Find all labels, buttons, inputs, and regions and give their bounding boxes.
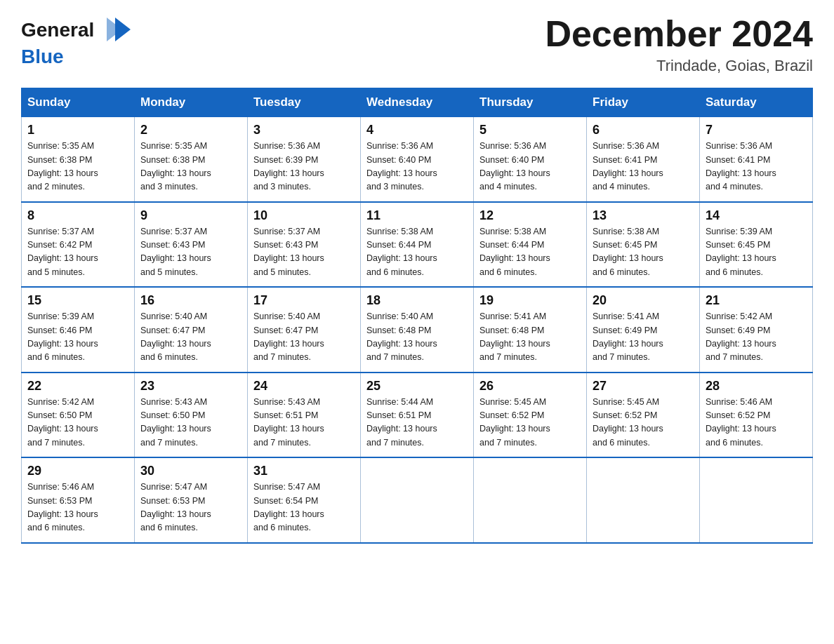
day-info: Sunrise: 5:35 AMSunset: 6:38 PMDaylight:… [27,140,128,194]
day-info: Sunrise: 5:40 AMSunset: 6:47 PMDaylight:… [253,310,355,365]
day-number: 7 [706,123,807,137]
day-header-wednesday: Wednesday [361,88,474,117]
day-number: 1 [27,123,128,137]
day-info: Sunrise: 5:39 AMSunset: 6:46 PMDaylight:… [27,310,128,365]
calendar-week-row: 22Sunrise: 5:42 AMSunset: 6:50 PMDayligh… [22,373,813,458]
calendar-cell: 19Sunrise: 5:41 AMSunset: 6:48 PMDayligh… [474,287,587,373]
logo-blue-text: Blue [21,46,64,67]
calendar-cell [474,457,587,543]
day-number: 30 [140,464,241,478]
logo-icon [94,14,133,46]
calendar-cell: 8Sunrise: 5:37 AMSunset: 6:42 PMDaylight… [22,202,135,288]
day-info: Sunrise: 5:42 AMSunset: 6:49 PMDaylight:… [706,310,807,365]
calendar-cell: 26Sunrise: 5:45 AMSunset: 6:52 PMDayligh… [474,373,587,458]
calendar-cell: 23Sunrise: 5:43 AMSunset: 6:50 PMDayligh… [135,373,248,458]
day-info: Sunrise: 5:37 AMSunset: 6:42 PMDaylight:… [27,225,128,280]
day-number: 11 [366,208,468,223]
day-info: Sunrise: 5:37 AMSunset: 6:43 PMDaylight:… [253,225,355,280]
calendar-cell: 21Sunrise: 5:42 AMSunset: 6:49 PMDayligh… [700,287,813,373]
day-number: 19 [479,293,581,308]
location-subtitle: Trindade, Goias, Brazil [545,57,813,75]
day-info: Sunrise: 5:46 AMSunset: 6:53 PMDaylight:… [27,481,128,535]
day-info: Sunrise: 5:38 AMSunset: 6:44 PMDaylight:… [479,225,581,280]
day-header-friday: Friday [587,88,700,117]
calendar-cell: 20Sunrise: 5:41 AMSunset: 6:49 PMDayligh… [587,287,700,373]
day-info: Sunrise: 5:45 AMSunset: 6:52 PMDaylight:… [593,396,694,450]
day-info: Sunrise: 5:47 AMSunset: 6:54 PMDaylight:… [253,481,355,535]
day-number: 22 [27,379,128,394]
calendar-week-row: 15Sunrise: 5:39 AMSunset: 6:46 PMDayligh… [22,287,813,373]
calendar-cell: 31Sunrise: 5:47 AMSunset: 6:54 PMDayligh… [248,457,361,543]
day-number: 10 [253,208,355,223]
calendar-cell: 24Sunrise: 5:43 AMSunset: 6:51 PMDayligh… [248,373,361,458]
calendar-cell: 12Sunrise: 5:38 AMSunset: 6:44 PMDayligh… [474,202,587,288]
day-info: Sunrise: 5:36 AMSunset: 6:39 PMDaylight:… [253,140,355,194]
day-number: 27 [593,379,694,394]
calendar-cell [700,457,813,543]
calendar-cell: 10Sunrise: 5:37 AMSunset: 6:43 PMDayligh… [248,202,361,288]
day-number: 25 [366,379,468,394]
calendar-cell: 4Sunrise: 5:36 AMSunset: 6:40 PMDaylight… [361,117,474,202]
calendar-cell: 18Sunrise: 5:40 AMSunset: 6:48 PMDayligh… [361,287,474,373]
day-info: Sunrise: 5:42 AMSunset: 6:50 PMDaylight:… [27,396,128,450]
calendar-cell: 28Sunrise: 5:46 AMSunset: 6:52 PMDayligh… [700,373,813,458]
calendar-cell: 2Sunrise: 5:35 AMSunset: 6:38 PMDaylight… [135,117,248,202]
day-info: Sunrise: 5:40 AMSunset: 6:47 PMDaylight:… [140,310,241,365]
logo: General Blue [21,14,133,68]
day-info: Sunrise: 5:45 AMSunset: 6:52 PMDaylight:… [479,396,581,450]
day-number: 18 [366,293,468,308]
day-info: Sunrise: 5:46 AMSunset: 6:52 PMDaylight:… [706,396,807,450]
calendar-cell: 1Sunrise: 5:35 AMSunset: 6:38 PMDaylight… [22,117,135,202]
day-info: Sunrise: 5:37 AMSunset: 6:43 PMDaylight:… [140,225,241,280]
calendar-week-row: 1Sunrise: 5:35 AMSunset: 6:38 PMDaylight… [22,117,813,202]
day-info: Sunrise: 5:44 AMSunset: 6:51 PMDaylight:… [366,396,468,450]
day-header-tuesday: Tuesday [248,88,361,117]
day-header-thursday: Thursday [474,88,587,117]
calendar-cell: 17Sunrise: 5:40 AMSunset: 6:47 PMDayligh… [248,287,361,373]
day-info: Sunrise: 5:36 AMSunset: 6:40 PMDaylight:… [479,140,581,194]
calendar-cell: 3Sunrise: 5:36 AMSunset: 6:39 PMDaylight… [248,117,361,202]
calendar-cell: 7Sunrise: 5:36 AMSunset: 6:41 PMDaylight… [700,117,813,202]
day-number: 3 [253,123,355,137]
day-number: 20 [593,293,694,308]
calendar-cell: 22Sunrise: 5:42 AMSunset: 6:50 PMDayligh… [22,373,135,458]
day-info: Sunrise: 5:41 AMSunset: 6:48 PMDaylight:… [479,310,581,365]
day-header-saturday: Saturday [700,88,813,117]
calendar-cell: 6Sunrise: 5:36 AMSunset: 6:41 PMDaylight… [587,117,700,202]
calendar-cell [361,457,474,543]
day-info: Sunrise: 5:36 AMSunset: 6:40 PMDaylight:… [366,140,468,194]
day-number: 17 [253,293,355,308]
day-info: Sunrise: 5:36 AMSunset: 6:41 PMDaylight:… [593,140,694,194]
title-section: December 2024 Trindade, Goias, Brazil [545,14,813,75]
calendar-cell: 9Sunrise: 5:37 AMSunset: 6:43 PMDaylight… [135,202,248,288]
day-info: Sunrise: 5:35 AMSunset: 6:38 PMDaylight:… [140,140,241,194]
calendar-table: SundayMondayTuesdayWednesdayThursdayFrid… [21,88,813,544]
calendar-header-row: SundayMondayTuesdayWednesdayThursdayFrid… [22,88,813,117]
calendar-cell: 29Sunrise: 5:46 AMSunset: 6:53 PMDayligh… [22,457,135,543]
svg-marker-1 [107,18,122,41]
day-number: 5 [479,123,581,137]
calendar-cell: 30Sunrise: 5:47 AMSunset: 6:53 PMDayligh… [135,457,248,543]
day-number: 24 [253,379,355,394]
calendar-cell: 27Sunrise: 5:45 AMSunset: 6:52 PMDayligh… [587,373,700,458]
calendar-cell: 25Sunrise: 5:44 AMSunset: 6:51 PMDayligh… [361,373,474,458]
day-number: 28 [706,379,807,394]
day-number: 26 [479,379,581,394]
day-number: 13 [593,208,694,223]
day-number: 14 [706,208,807,223]
day-info: Sunrise: 5:43 AMSunset: 6:51 PMDaylight:… [253,396,355,450]
day-number: 8 [27,208,128,223]
day-info: Sunrise: 5:39 AMSunset: 6:45 PMDaylight:… [706,225,807,280]
day-header-monday: Monday [135,88,248,117]
day-number: 15 [27,293,128,308]
calendar-cell: 15Sunrise: 5:39 AMSunset: 6:46 PMDayligh… [22,287,135,373]
day-number: 21 [706,293,807,308]
calendar-cell [587,457,700,543]
day-info: Sunrise: 5:41 AMSunset: 6:49 PMDaylight:… [593,310,694,365]
calendar-cell: 11Sunrise: 5:38 AMSunset: 6:44 PMDayligh… [361,202,474,288]
day-info: Sunrise: 5:38 AMSunset: 6:44 PMDaylight:… [366,225,468,280]
day-number: 6 [593,123,694,137]
day-number: 23 [140,379,241,394]
day-header-sunday: Sunday [22,88,135,117]
day-number: 16 [140,293,241,308]
